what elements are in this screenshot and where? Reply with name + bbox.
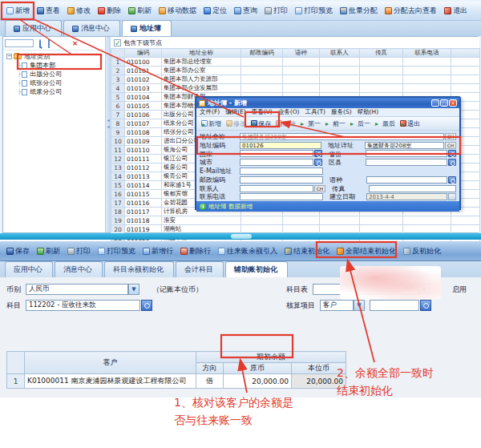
- toolbar-button[interactable]: 查看: [34, 4, 63, 18]
- assign-icon[interactable]: [80, 40, 87, 47]
- language-lookup-icon[interactable]: [448, 176, 456, 184]
- table-row[interactable]: 3 010102 集团本部人力资源部: [111, 75, 480, 84]
- tree-root-node[interactable]: − 地址类别: [6, 52, 105, 61]
- item-type-select[interactable]: 客户: [320, 300, 354, 311]
- city-lookup-icon[interactable]: [314, 159, 322, 166]
- calendar-icon[interactable]: [448, 193, 456, 200]
- postcode-field[interactable]: [240, 176, 323, 184]
- detail-field[interactable]: 集团财务部208室: [365, 142, 444, 149]
- province-field[interactable]: [366, 150, 447, 157]
- language-field[interactable]: [366, 176, 447, 184]
- chevron-down-icon[interactable]: ▼: [128, 284, 139, 295]
- search-icon[interactable]: [36, 40, 43, 47]
- toolbar-button[interactable]: 批量分配: [337, 4, 381, 18]
- close-button[interactable]: ×: [449, 99, 457, 107]
- table-row[interactable]: 19 010118 淮安: [111, 216, 480, 225]
- delete-node-icon[interactable]: ×: [71, 40, 79, 47]
- menu-item[interactable]: 服务(S): [331, 108, 352, 116]
- tab[interactable]: 消息中心: [55, 261, 103, 277]
- table-row[interactable]: 1 010100 集团本部总经理室: [111, 58, 480, 67]
- toolbar-button[interactable]: 查询: [231, 4, 261, 18]
- toolbar-button[interactable]: 定位: [200, 4, 230, 18]
- toolbar-button[interactable]: 分配去向查看: [382, 4, 440, 18]
- tab[interactable]: 会计科目: [176, 261, 224, 277]
- toolbar-button[interactable]: 打印: [261, 4, 291, 18]
- email-field[interactable]: [240, 167, 323, 175]
- tree-node[interactable]: ├ 纸张分公司: [6, 79, 105, 87]
- toolbar-button[interactable]: 删除行: [177, 244, 214, 258]
- tab[interactable]: 科目余额初始化: [104, 261, 174, 277]
- browse-icon[interactable]: [54, 40, 61, 47]
- toolbar-button[interactable]: 反初始化: [400, 244, 444, 258]
- dialog-toolbar-button[interactable]: ▸ 退出: [398, 119, 422, 129]
- dialog-toolbar-button[interactable]: ▸ 第一: [298, 119, 323, 129]
- tree-search-input[interactable]: [5, 39, 34, 47]
- toolbar-button[interactable]: 结束初始化: [281, 244, 333, 258]
- dialog-toolbar-button[interactable]: ▸ 后一: [348, 119, 373, 129]
- table-row[interactable]: 20 010119 湖南站: [111, 225, 480, 234]
- district-lookup-icon[interactable]: [448, 159, 456, 166]
- dialog-toolbar-button[interactable]: ▸ 保存: [249, 119, 273, 129]
- dialog-toolbar-button[interactable]: ▸ 前一: [323, 119, 348, 129]
- country-lookup-icon[interactable]: [314, 150, 322, 157]
- toolbar-button[interactable]: 移动数据: [156, 4, 200, 18]
- currency-select[interactable]: 人民币: [26, 284, 128, 295]
- toolbar-button[interactable]: 打印: [64, 244, 94, 258]
- toolbar-button[interactable]: 打印预览: [95, 244, 139, 258]
- original-amount-cell[interactable]: 20,000.00: [224, 374, 292, 389]
- include-children-checkbox[interactable]: ✓: [114, 39, 121, 46]
- tree-expander-icon[interactable]: −: [6, 54, 12, 59]
- toolbar-button[interactable]: 删除: [95, 4, 124, 18]
- menu-item[interactable]: 业务(O): [278, 108, 300, 116]
- toolbar-button[interactable]: 刷新: [34, 244, 63, 258]
- restore-button[interactable]: □: [440, 99, 448, 107]
- tree-node[interactable]: ├ 集团本部: [6, 61, 105, 70]
- tab[interactable]: 应用中心: [5, 261, 53, 277]
- menu-item[interactable]: 查看(V): [252, 108, 273, 116]
- toolbar-button[interactable]: 打印预览: [292, 4, 336, 18]
- menu-item[interactable]: 帮助(H): [358, 108, 379, 116]
- toolbar-button[interactable]: 往来账余额引入: [215, 244, 281, 258]
- country-field[interactable]: [240, 150, 313, 157]
- language-ch-badge[interactable]: CH: [445, 133, 456, 140]
- account-field[interactable]: 112202 - 应收往来款: [26, 300, 140, 311]
- new-node-icon[interactable]: [45, 40, 52, 47]
- menu-item[interactable]: 文件(F): [200, 108, 220, 116]
- contact-field[interactable]: [240, 185, 313, 192]
- toolbar-button[interactable]: 保存: [3, 244, 33, 258]
- chevron-down-icon[interactable]: ▼: [354, 300, 365, 311]
- toolbar-button[interactable]: 全部结束初始化: [333, 244, 399, 258]
- tab[interactable]: 地址簿: [122, 20, 172, 36]
- fax-field[interactable]: [369, 185, 456, 192]
- toolbar-button[interactable]: 退出: [441, 4, 471, 18]
- minimize-button[interactable]: _: [431, 99, 439, 107]
- dialog-toolbar-button[interactable]: ▸ 新增: [199, 119, 224, 129]
- toolbar-button[interactable]: 修改: [64, 4, 94, 18]
- tree-node[interactable]: ├ 出版分公司: [6, 70, 105, 79]
- menu-item[interactable]: 工具(T): [305, 108, 325, 116]
- full-name-field[interactable]: 集团财务部208室: [240, 133, 444, 140]
- toolbar-button[interactable]: 新增: [3, 4, 33, 18]
- code-field[interactable]: 010126: [240, 142, 321, 149]
- account-lookup-icon[interactable]: [141, 300, 152, 311]
- table-row[interactable]: 1 K01000011 南京麦浦园林景观建设工程有限公司 借 20,000.00…: [7, 374, 346, 389]
- table-row[interactable]: 4 010103 集团本部企业发展部: [111, 84, 480, 93]
- province-lookup-icon[interactable]: [448, 150, 456, 157]
- contact-ch-badge[interactable]: CH: [314, 185, 325, 192]
- toolbar-button[interactable]: 新增行: [139, 244, 176, 258]
- item-value-field[interactable]: [370, 300, 419, 311]
- toolbar-button[interactable]: 刷新: [125, 4, 155, 18]
- table-row[interactable]: 2 010101 集团本部办公室: [111, 67, 480, 75]
- menu-item[interactable]: 编辑(E): [225, 108, 246, 116]
- dialog-titlebar[interactable]: 地址簿 - 新增 _ □ ×: [196, 98, 459, 108]
- item-lookup-icon[interactable]: [420, 300, 431, 311]
- phone-field[interactable]: [240, 193, 323, 200]
- edit-node-icon[interactable]: [63, 40, 70, 47]
- detail-ch-badge[interactable]: CH: [445, 142, 456, 149]
- district-field[interactable]: [366, 159, 447, 166]
- created-date-field[interactable]: 2013-4-4: [366, 193, 447, 200]
- city-field[interactable]: [240, 159, 313, 166]
- tree-node[interactable]: ├ 纸浆分公司: [6, 87, 105, 96]
- tab[interactable]: 应用中心: [5, 20, 62, 36]
- dialog-toolbar-button[interactable]: ▸ 最后: [373, 119, 398, 129]
